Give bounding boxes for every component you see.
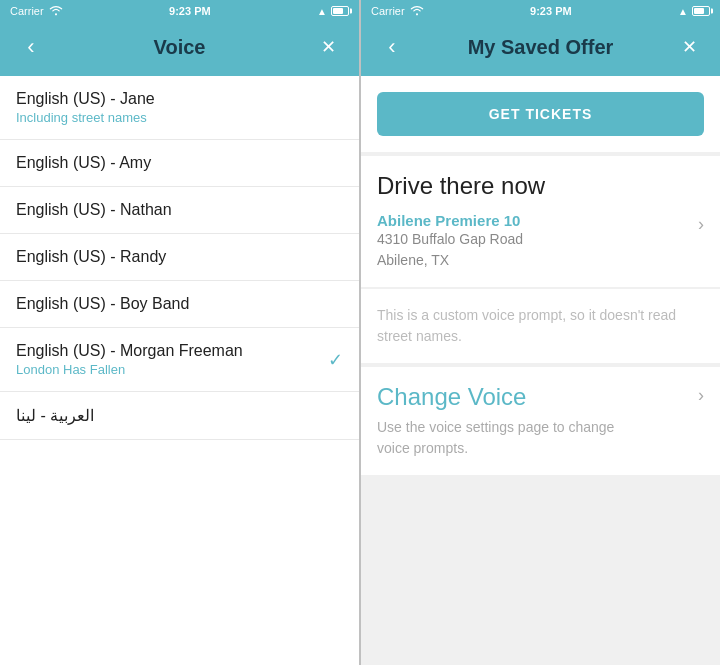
voice-name-boyband: English (US) - Boy Band (16, 295, 189, 313)
status-time-right: 9:23 PM (530, 5, 572, 17)
get-tickets-button[interactable]: GET TICKETS (377, 92, 704, 136)
close-button-right[interactable]: ✕ (674, 32, 704, 62)
left-header: ‹ Voice ✕ (0, 22, 359, 76)
right-panel: Carrier 9:23 PM ▲ ‹ My Saved Offer ✕ (361, 0, 720, 665)
venue-address-line1: 4310 Buffalo Gap Road (377, 229, 523, 250)
voice-list: English (US) - Jane Including street nam… (0, 76, 359, 665)
voice-subtitle-jane: Including street names (16, 110, 155, 125)
location-icon: ▲ (317, 6, 327, 17)
close-button-left[interactable]: ✕ (313, 32, 343, 62)
battery-icon-right (692, 6, 710, 16)
status-bar-right: Carrier 9:23 PM ▲ (361, 0, 720, 22)
back-button-right[interactable]: ‹ (377, 32, 407, 62)
selected-checkmark: ✓ (328, 349, 343, 371)
wifi-icon (49, 5, 63, 18)
voice-name-jane: English (US) - Jane (16, 90, 155, 108)
voice-item-randy[interactable]: English (US) - Randy (0, 234, 359, 281)
change-voice-chevron-icon: › (698, 383, 704, 406)
venue-info: Abilene Premiere 10 4310 Buffalo Gap Roa… (377, 212, 523, 271)
status-bar-left: Carrier 9:23 PM ▲ (0, 0, 359, 22)
status-left: Carrier (10, 5, 63, 18)
left-panel-title: Voice (46, 36, 313, 59)
voice-item-boyband[interactable]: English (US) - Boy Band (0, 281, 359, 328)
voice-item-arabic[interactable]: العربية - لينا (0, 392, 359, 440)
offer-content: GET TICKETS Drive there now Abilene Prem… (361, 76, 720, 665)
status-time-left: 9:23 PM (169, 5, 211, 17)
change-voice-description: Use the voice settings page to change vo… (377, 417, 617, 459)
change-voice-content: Change Voice Use the voice settings page… (377, 383, 617, 459)
voice-prompt-text: This is a custom voice prompt, so it doe… (377, 305, 704, 347)
change-voice-title: Change Voice (377, 383, 617, 411)
voice-prompt-card: This is a custom voice prompt, so it doe… (361, 289, 720, 363)
status-right-right: ▲ (678, 6, 710, 17)
voice-subtitle-morgan: London Has Fallen (16, 362, 243, 377)
battery-icon-left (331, 6, 349, 16)
venue-name: Abilene Premiere 10 (377, 212, 523, 229)
voice-item-nathan[interactable]: English (US) - Nathan (0, 187, 359, 234)
voice-name-randy: English (US) - Randy (16, 248, 166, 266)
carrier-label-right: Carrier (371, 5, 405, 17)
voice-name-nathan: English (US) - Nathan (16, 201, 172, 219)
drive-title: Drive there now (377, 172, 704, 200)
change-voice-card[interactable]: Change Voice Use the voice settings page… (361, 367, 720, 475)
right-panel-title: My Saved Offer (407, 36, 674, 59)
voice-name-amy: English (US) - Amy (16, 154, 151, 172)
venue-row[interactable]: Abilene Premiere 10 4310 Buffalo Gap Roa… (377, 212, 704, 271)
voice-item-jane[interactable]: English (US) - Jane Including street nam… (0, 76, 359, 140)
voice-item-morgan[interactable]: English (US) - Morgan Freeman London Has… (0, 328, 359, 392)
voice-name-arabic: العربية - لينا (16, 406, 94, 425)
wifi-icon-right (410, 5, 424, 18)
voice-name-morgan: English (US) - Morgan Freeman (16, 342, 243, 360)
status-right-left: ▲ (317, 6, 349, 17)
location-icon-right: ▲ (678, 6, 688, 17)
back-button-left[interactable]: ‹ (16, 32, 46, 62)
left-panel: Carrier 9:23 PM ▲ ‹ Voice ✕ (0, 0, 359, 665)
carrier-label: Carrier (10, 5, 44, 17)
get-tickets-card: GET TICKETS (361, 76, 720, 152)
right-header: ‹ My Saved Offer ✕ (361, 22, 720, 76)
status-left-right: Carrier (371, 5, 424, 18)
voice-item-amy[interactable]: English (US) - Amy (0, 140, 359, 187)
drive-section: Drive there now Abilene Premiere 10 4310… (361, 156, 720, 287)
venue-address-line2: Abilene, TX (377, 250, 523, 271)
drive-chevron-icon: › (698, 212, 704, 235)
